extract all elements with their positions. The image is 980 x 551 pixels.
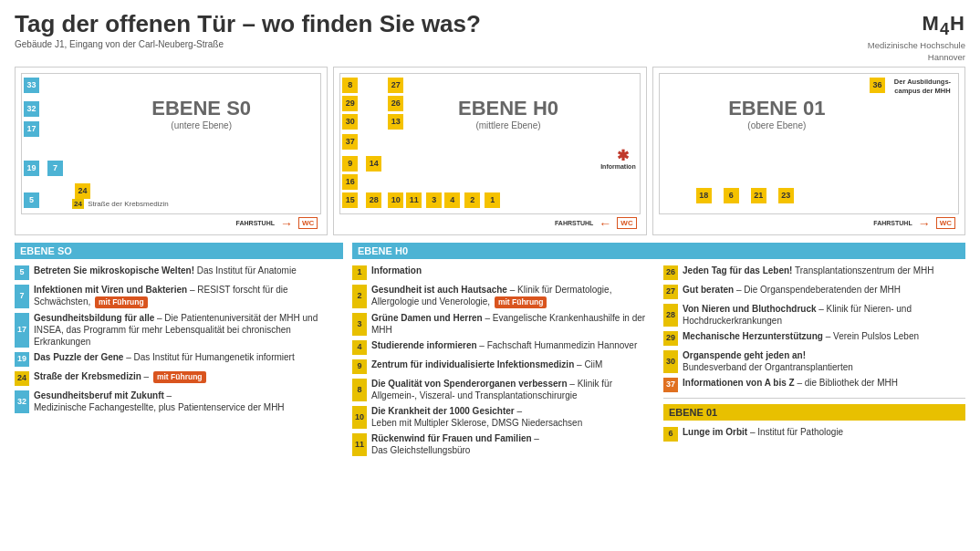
list-item: 30 Organspende geht jeden an!Bundesverba…: [663, 349, 965, 373]
num-29: 29: [663, 331, 678, 346]
h0-arrow: ←: [599, 216, 611, 231]
ebene-01-header: EBENE 01: [663, 404, 965, 421]
s0-title: EBENE S0: [86, 97, 317, 120]
s0-subtitle: (untere Ebene): [86, 120, 317, 130]
mhh-logo: M4H Medizinische Hochschule Hannover: [868, 11, 965, 63]
num-4: 4: [352, 340, 367, 355]
e01-title-area: EBENE 01 (obere Ebene): [669, 97, 885, 130]
num-24: 24: [15, 371, 29, 386]
col-ebene-so: EBENE SO 5 Betreten Sie mikroskopische W…: [15, 243, 343, 460]
list-item: 6 Lunge im Orbit – Institut für Patholog…: [663, 426, 965, 442]
badge-19: 19: [24, 161, 39, 176]
list-item: 24 Straße der Krebsmedizin – mit Führung: [15, 370, 343, 386]
page-title: Tag der offenen Tür – wo finden Sie was?: [15, 11, 481, 37]
h0-title-area: EBENE H0 (mittlere Ebene): [413, 97, 602, 130]
s0-wc: WC: [298, 217, 318, 229]
e01-footer: FAHRSTUHL → WC: [659, 216, 959, 231]
badge-23: 23: [778, 188, 794, 203]
header-row: Tag der offenen Tür – wo finden Sie was?…: [15, 11, 965, 63]
badge-18: 18: [696, 188, 712, 203]
list-item: 1 Information: [352, 265, 654, 280]
badge-2: 2: [464, 192, 480, 208]
list-item: 32 Gesundheitsberuf mit Zukunft –Medizin…: [15, 390, 343, 413]
list-item: 9 Zentrum für individualisierte Infektio…: [352, 359, 654, 374]
list-item: 11 Rückenwind für Frauen und Familien –D…: [352, 432, 654, 456]
badge-17: 17: [24, 121, 39, 137]
text-26: Jeden Tag für das Leben! Transplantation…: [683, 265, 965, 280]
list-item: 28 Von Nieren und Bluthochdruck – Klinik…: [663, 303, 965, 327]
col-ebene-h0: EBENE H0 1 Information 2 Gesundheit ist …: [352, 243, 965, 460]
badge-11: 11: [406, 192, 422, 208]
badge-30: 30: [342, 114, 358, 130]
badge-8: 8: [342, 78, 358, 93]
badge-10: 10: [388, 192, 403, 208]
list-item: 19 Das Puzzle der Gene – Das Institut fü…: [15, 351, 343, 367]
maps-row: 33 32 17 19 7 5 24 EBENE S0 (untere Eben…: [15, 67, 965, 235]
s0-arrow: →: [280, 216, 293, 231]
badge-29: 29: [342, 96, 358, 111]
num-37: 37: [663, 378, 678, 392]
text-27: Gut beraten – Die Organspendeberatenden …: [683, 284, 965, 299]
text-1: Information: [371, 265, 654, 280]
text-11: Rückenwind für Frauen und Familien –Das …: [371, 432, 654, 456]
e01-subtitle: (obere Ebene): [669, 120, 885, 130]
badge-4: 4: [444, 192, 460, 208]
num-2: 2: [352, 285, 367, 308]
list-item: 26 Jeden Tag für das Leben! Transplantat…: [663, 265, 965, 280]
divider: [663, 398, 965, 399]
badge-3: 3: [426, 192, 442, 208]
num-9: 9: [352, 359, 367, 374]
text-17: Gesundheitsbildung für alle – Die Patien…: [34, 312, 343, 348]
e01-wc: WC: [936, 217, 955, 229]
map-e01: 36 Der Ausbildungs-campus der MHH 18 6 2…: [652, 67, 965, 235]
map-s0: 33 32 17 19 7 5 24 EBENE S0 (untere Eben…: [15, 67, 328, 235]
text-3: Grüne Damen und Herren – Evangelische Kr…: [371, 312, 654, 336]
e01-fahrstuhl: FAHRSTUHL: [873, 220, 912, 226]
num-5: 5: [15, 265, 29, 280]
badge-13: 13: [388, 114, 403, 130]
num-11: 11: [352, 433, 367, 456]
text-8: Die Qualität von Spenderorganen verbesse…: [371, 378, 654, 401]
mhh-logo-sub2: Hannover: [868, 52, 965, 63]
list-item: 37 Informationen von A bis Z – die Bibli…: [663, 377, 965, 392]
street-text: Straße der Krebsmedizin: [88, 200, 168, 208]
e01-title: EBENE 01: [669, 97, 885, 120]
badge-28: 28: [366, 192, 381, 208]
text-2: Gesundheit ist auch Hautsache – Klinik f…: [371, 284, 654, 308]
num-10: 10: [352, 406, 367, 429]
num-3: 3: [352, 313, 367, 336]
badge-26: 26: [388, 96, 403, 111]
list-item: 5 Betreten Sie mikroskopische Welten! Da…: [15, 265, 343, 280]
h0-fahrstuhl: FAHRSTUHL: [555, 220, 593, 226]
badge-33: 33: [24, 78, 39, 93]
badge-14: 14: [366, 156, 381, 172]
map-h0: 8 29 30 37 9 16 15 14 27 26 13 28 10 11 …: [333, 67, 646, 235]
text-24: Straße der Krebsmedizin – mit Führung: [34, 370, 343, 386]
list-item: 8 Die Qualität von Spenderorganen verbes…: [352, 378, 654, 401]
text-5: Betreten Sie mikroskopische Welten! Das …: [34, 265, 343, 280]
h0-col-right: 26 Jeden Tag für das Leben! Transplantat…: [663, 265, 965, 460]
bottom-row: EBENE SO 5 Betreten Sie mikroskopische W…: [15, 243, 965, 460]
list-item: 17 Gesundheitsbildung für alle – Die Pat…: [15, 312, 343, 348]
badge-9: 9: [342, 156, 358, 172]
badge-16: 16: [342, 174, 358, 190]
text-30: Organspende geht jeden an!Bundesverband …: [683, 349, 965, 373]
num-28: 28: [663, 304, 678, 327]
num-17: 17: [15, 313, 29, 348]
list-item: 3 Grüne Damen und Herren – Evangelische …: [352, 312, 654, 336]
badge-37: 37: [342, 134, 358, 150]
badge-24: 24: [75, 183, 90, 199]
text-37: Informationen von A bis Z – die Biblioth…: [683, 377, 965, 392]
h0-footer: FAHRSTUHL ← WC: [339, 216, 640, 231]
text-28: Von Nieren und Bluthochdruck – Klinik fü…: [683, 303, 965, 327]
badge-24-inline: 24: [72, 199, 84, 209]
h0-subtitle: (mittlere Ebene): [413, 120, 602, 130]
ebene-h0-header: EBENE H0: [352, 243, 965, 259]
text-32: Gesundheitsberuf mit Zukunft –Medizinisc…: [34, 390, 343, 413]
num-32: 32: [15, 390, 29, 413]
list-item: 29 Mechanische Herzunterstützung – Verei…: [663, 330, 965, 346]
badge-15: 15: [342, 192, 358, 208]
h0-col-left: 1 Information 2 Gesundheit ist auch Haut…: [352, 265, 654, 460]
e01-arrow: →: [918, 216, 931, 231]
s0-title-area: EBENE S0 (untere Ebene): [86, 97, 317, 130]
